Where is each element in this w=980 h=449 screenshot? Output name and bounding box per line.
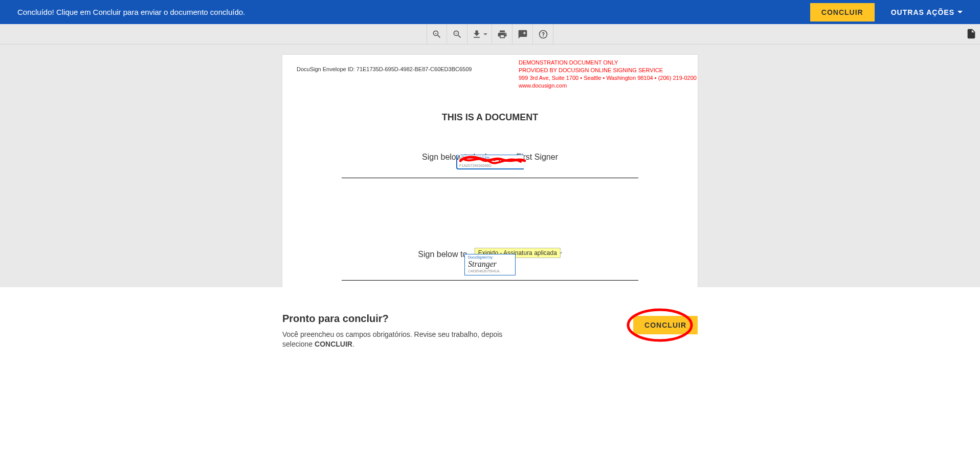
topbar: Concluído! Clique em Concluir para envia…: [0, 0, 980, 24]
comment-button[interactable]: [513, 24, 533, 45]
document-page: DocuSign Envelope ID: 71E1735D-695D-4982…: [282, 55, 698, 287]
other-actions-label: OUTRAS AÇÕES: [891, 8, 954, 16]
finish-button-top[interactable]: CONCLUIR: [810, 3, 875, 22]
topbar-status-message: Concluído! Clique em Concluir para envia…: [17, 8, 245, 16]
signer2-label-prefix: Sign below to: [418, 250, 467, 259]
download-button[interactable]: [467, 24, 492, 45]
zoom-out-icon: [452, 29, 462, 39]
docusigned-by-label: DocuSigned by:: [468, 255, 513, 259]
signer1-signature-image: [459, 156, 522, 163]
help-icon: [538, 29, 548, 39]
chevron-down-icon: [957, 11, 963, 13]
demo-line: PROVIDED BY DOCUSIGN ONLINE SIGNING SERV…: [519, 67, 698, 74]
zoom-in-icon: [432, 29, 442, 39]
other-actions-dropdown[interactable]: OUTRAS AÇÕES: [891, 8, 963, 16]
document-viewer[interactable]: DocuSign Envelope ID: 71E1735D-695D-4982…: [0, 45, 980, 287]
demo-line: 999 3rd Ave, Suite 1700 • Seattle • Wash…: [519, 74, 698, 82]
demo-line: www.docusign.com: [519, 82, 698, 90]
print-icon: [497, 29, 507, 39]
signer2-signature-name: Stranger: [468, 260, 513, 268]
ready-subtitle: Você preencheu os campos obrigatórios. R…: [282, 330, 528, 349]
download-icon: [472, 29, 482, 39]
demo-stamp: DEMONSTRATION DOCUMENT ONLY PROVIDED BY …: [519, 59, 698, 89]
ready-to-finish-panel: Pronto para concluir? Você preencheu os …: [0, 287, 980, 449]
document-title: THIS IS A DOCUMENT: [297, 112, 683, 123]
toolbar: [0, 24, 980, 45]
documents-panel-button[interactable]: [966, 28, 977, 41]
comment-plus-icon: [518, 29, 528, 39]
chevron-down-icon: [483, 33, 487, 35]
zoom-out-button[interactable]: [447, 24, 467, 45]
signer2-signature[interactable]: DocuSigned by: Stranger C4E85462675641A.…: [464, 254, 516, 275]
print-button[interactable]: [492, 24, 513, 45]
finish-button-footer[interactable]: CONCLUIR: [633, 316, 698, 334]
demo-line: DEMONSTRATION DOCUMENT ONLY: [519, 59, 698, 67]
signer2-sig-id: C4E85462675641A..: [468, 269, 513, 273]
document-icon: [966, 28, 977, 39]
zoom-in-button[interactable]: [427, 24, 447, 45]
signer1-line: DocuSigned by: F1A2D72963604BG: [342, 166, 638, 178]
signer2-line: DocuSigned by: Stranger C4E85462675641A.…: [342, 268, 638, 281]
help-button[interactable]: [533, 24, 553, 45]
ready-title: Pronto para concluir?: [282, 313, 603, 325]
signer1-signature: DocuSigned by: F1A2D72963604BG: [456, 155, 524, 169]
